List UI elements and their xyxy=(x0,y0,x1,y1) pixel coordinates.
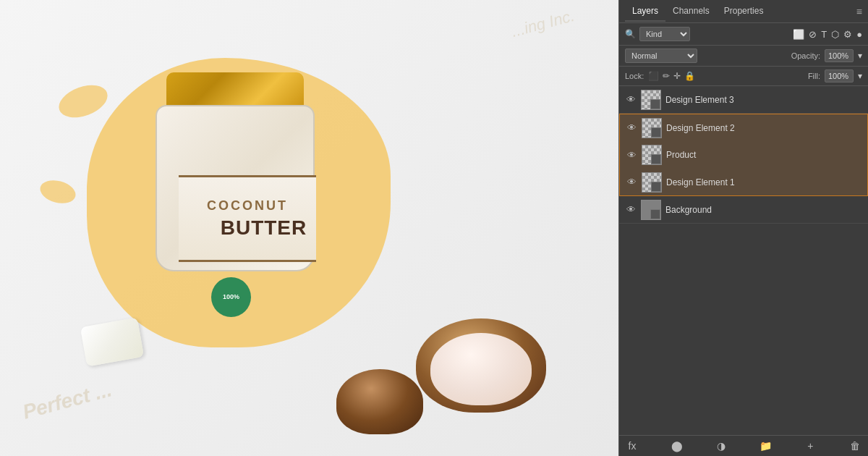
layer-background[interactable]: 👁 Background xyxy=(619,196,868,224)
layer-name-design-element-3: Design Element 3 xyxy=(665,95,862,105)
layer-thumb-design-element-2 xyxy=(642,118,662,138)
jar-label: COCONUT 100% BUTTER xyxy=(179,175,316,262)
jar-badge: 100% xyxy=(211,277,251,317)
panel-tabs: Layers Channels Properties ≡ xyxy=(619,0,868,23)
lock-move-icon[interactable]: ✛ xyxy=(673,71,681,81)
filter-icons: ⬜ ⊘ T ⬡ ⚙ ● xyxy=(793,29,862,40)
layer-product[interactable]: 👁 Product xyxy=(619,141,868,169)
layer-name-product: Product xyxy=(666,150,861,160)
fill-input[interactable] xyxy=(825,69,854,83)
layer-thumb-design-element-1 xyxy=(642,172,662,193)
layer-name-design-element-2: Design Element 2 xyxy=(666,123,861,133)
layer-thumb-background xyxy=(641,200,661,220)
type-filter-icon[interactable]: T xyxy=(821,29,827,40)
layer-eye-design-element-1[interactable]: 👁 xyxy=(626,177,637,187)
layer-thumb-inner-product xyxy=(651,154,661,164)
lock-pixel-icon[interactable]: ⬛ xyxy=(648,71,659,81)
adjustment-layer-button[interactable]: ◑ xyxy=(714,440,728,452)
layers-panel: Layers Channels Properties ≡ 🔍 Kind ⬜ ⊘ … xyxy=(618,0,868,456)
coconut-small xyxy=(336,369,423,442)
coconut-small-shell xyxy=(336,369,423,434)
layer-design-element-3[interactable]: 👁 Design Element 3 xyxy=(619,86,868,114)
panel-menu-icon[interactable]: ≡ xyxy=(856,6,862,17)
lock-label: Lock: xyxy=(625,72,644,80)
adjustment-filter-icon[interactable]: ⊘ xyxy=(809,29,817,40)
delete-layer-button[interactable]: 🗑 xyxy=(848,440,862,452)
panel-bottom-toolbar: fx ⬤ ◑ 📁 + 🗑 xyxy=(619,435,868,456)
jar-body: COCONUT 100% BUTTER xyxy=(156,105,315,271)
layers-list: 👁 Design Element 3 👁 Design Element 2 👁 … xyxy=(619,86,868,435)
fill-dropdown-arrow[interactable]: ▾ xyxy=(858,71,862,81)
new-layer-button[interactable]: + xyxy=(803,440,817,452)
layer-thumb-design-element-3 xyxy=(641,90,661,110)
watermark-left: Perfect ... xyxy=(20,378,114,424)
filter-row: 🔍 Kind ⬜ ⊘ T ⬡ ⚙ ● xyxy=(619,23,868,46)
layer-eye-product[interactable]: 👁 xyxy=(626,150,637,161)
blend-mode-dropdown[interactable]: Normal xyxy=(625,48,697,63)
layer-eye-background[interactable]: 👁 xyxy=(625,204,637,215)
opacity-dropdown-arrow[interactable]: ▾ xyxy=(858,51,862,61)
product-jar: COCONUT 100% BUTTER xyxy=(145,72,326,304)
add-mask-button[interactable]: ⬤ xyxy=(670,440,684,452)
opacity-input[interactable] xyxy=(825,49,854,62)
new-group-button[interactable]: 📁 xyxy=(759,440,773,452)
search-icon: 🔍 xyxy=(625,29,636,39)
blob-small-left xyxy=(38,177,78,207)
lock-all-icon[interactable]: 🔒 xyxy=(684,71,695,81)
layer-thumb-inner-bg xyxy=(650,209,660,219)
lock-icons: ⬛ ✏ ✛ 🔒 xyxy=(648,71,695,81)
layer-thumb-inner-1 xyxy=(651,182,661,192)
coconut-half-big xyxy=(416,318,546,427)
layer-thumb-inner xyxy=(650,99,660,109)
coconut-chunk xyxy=(80,317,144,366)
layer-thumb-inner-2 xyxy=(651,127,661,138)
tab-properties[interactable]: Properties xyxy=(717,1,771,22)
jar-text-coconut: COCONUT xyxy=(207,198,288,214)
fill-label: Fill: xyxy=(808,72,820,80)
layer-thumb-product xyxy=(642,145,662,165)
layer-name-design-element-1: Design Element 1 xyxy=(666,177,861,187)
kind-dropdown[interactable]: Kind xyxy=(639,27,690,41)
layer-design-element-2[interactable]: 👁 Design Element 2 xyxy=(619,114,868,141)
blend-row: Normal Opacity: ▾ xyxy=(619,46,868,67)
layer-eye-design-element-2[interactable]: 👁 xyxy=(626,122,637,133)
layer-eye-design-element-3[interactable]: 👁 xyxy=(625,94,637,105)
lock-row: Lock: ⬛ ✏ ✛ 🔒 Fill: ▾ xyxy=(619,67,868,86)
illustration-area: Perfect ... ...ing Inc. COCONUT 100% BUT… xyxy=(0,0,618,456)
fx-button[interactable]: fx xyxy=(625,440,639,452)
layer-design-element-1[interactable]: 👁 Design Element 1 xyxy=(619,169,868,196)
shape-filter-icon[interactable]: ⬡ xyxy=(831,29,839,40)
smart-filter-icon[interactable]: ⚙ xyxy=(843,29,852,40)
opacity-label: Opacity: xyxy=(791,51,820,60)
tab-channels[interactable]: Channels xyxy=(665,1,717,22)
tab-layers[interactable]: Layers xyxy=(625,1,665,22)
pixel-filter-icon[interactable]: ⬜ xyxy=(793,29,804,40)
watermark-right: ...ing Inc. xyxy=(509,7,576,41)
jar-text-butter: BUTTER xyxy=(221,216,307,240)
lock-brush-icon[interactable]: ✏ xyxy=(663,71,670,81)
blob-small-top xyxy=(54,79,111,124)
coconut-shell xyxy=(416,318,546,413)
layer-name-background: Background xyxy=(665,205,862,215)
coconut-inner xyxy=(430,333,532,405)
filter-toggle-icon[interactable]: ● xyxy=(856,29,862,40)
